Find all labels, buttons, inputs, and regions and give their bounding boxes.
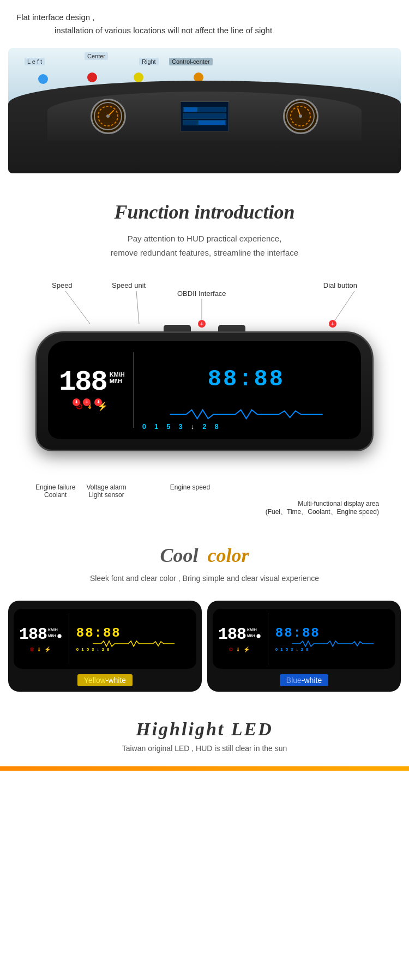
cool-color-title: Cool color <box>11 544 398 567</box>
svg-line-9 <box>136 291 139 324</box>
hud-speed-area: 188 KM\H MI\H ⚙ + 🌡 <box>59 349 125 431</box>
dot-right <box>134 72 143 82</box>
hud-screen: 188 KM\H MI\H ⚙ + 🌡 <box>48 341 361 439</box>
yellow-screen: 188 KM\H MI\H ⬤ ⚙ 🌡 ⚡ 88:88 <box>14 609 196 669</box>
yellow-label-suffix: -white <box>106 676 126 685</box>
top-section: Flat interface design , installation of … <box>0 0 409 43</box>
blue-label-suffix: -white <box>302 676 322 685</box>
light-sensor-label: Light sensor <box>86 491 126 499</box>
speed-value: 188 <box>59 368 107 397</box>
hud-right-area: 88:88 0 1 5 3 ↓ 2 8 <box>142 349 350 431</box>
bottom-icons-left: ⚙ + 🌡 + ⚡ + <box>75 401 108 412</box>
engine-failure-icon: ⚙ + <box>75 401 83 412</box>
engine-failure-label: Engine failure <box>35 483 75 491</box>
blue-right: 88:88 01 53 ↓ 28 <box>275 626 390 652</box>
blue-time: 88:88 <box>275 626 390 640</box>
blue-screen: 188 KM\H MI\H ⬤ ⚙ 🌡 ⚡ 88:88 <box>213 609 395 669</box>
coolant-label: Coolant <box>35 491 75 499</box>
bottom-labels: Engine failure Coolant Voltage alarm Lig… <box>19 483 390 517</box>
engine-failure-label-col: Engine failure Coolant <box>35 483 75 499</box>
highlight-section: Highlight LED Taiwan original LED , HUD … <box>0 703 409 761</box>
svg-line-8 <box>65 291 90 324</box>
cool-color-section: Cool color Sleek font and clear color , … <box>0 528 409 590</box>
cool-color-subtitle: Sleek font and clear color , Bring simpl… <box>11 572 398 584</box>
dashboard-image: L e f t Center Right Control-center <box>8 48 401 173</box>
numbers-row: 0 1 5 3 ↓ 2 8 <box>142 422 350 431</box>
color-variants-container: 188 KM\H MI\H ⬤ ⚙ 🌡 ⚡ 88:88 <box>8 601 401 692</box>
yellow-speed-area: 188 KM\H MI\H ⬤ ⚙ 🌡 ⚡ <box>19 625 62 652</box>
blue-numbers: 01 53 ↓ 28 <box>275 647 390 652</box>
hud-diagram: Speed Speed unit OBDII Interface Dial bu… <box>19 281 390 517</box>
unit2: MI\H <box>110 378 125 384</box>
yellow-speed: 188 <box>19 625 47 644</box>
highlight-title: Highlight LED <box>11 719 398 740</box>
hud-device-wrapper: 188 KM\H MI\H ⚙ + 🌡 <box>35 325 374 451</box>
speed-display: 188 KM\H MI\H <box>59 368 125 397</box>
function-subtitle-1: Pay attention to HUD practical experienc… <box>11 232 398 246</box>
top-line1: Flat interface design , <box>16 11 393 24</box>
voltage-alarm-label: Voltage alarm <box>86 483 126 491</box>
hud-divider <box>133 352 134 428</box>
function-subtitle-2: remove redundant features, streamline th… <box>11 246 398 260</box>
cool-word: Cool <box>160 545 198 566</box>
yellow-hud-display: 188 KM\H MI\H ⬤ ⚙ 🌡 ⚡ 88:88 <box>14 609 196 669</box>
yellow-heartbeat <box>76 640 191 647</box>
yellow-label: Yellow-white <box>77 674 133 686</box>
control-label: Control-center <box>169 58 213 65</box>
speed-unit-label: Speed unit <box>112 281 146 289</box>
speedometer-left <box>91 99 126 134</box>
blue-label: Blue-white <box>280 674 328 686</box>
highlight-subtitle: Taiwan original LED , HUD is still clear… <box>11 744 398 753</box>
speedometer-right <box>283 99 318 134</box>
car-dashboard <box>8 81 401 173</box>
hud-device: 188 KM\H MI\H ⚙ + 🌡 <box>35 331 374 451</box>
heartbeat-svg <box>142 409 350 420</box>
time-display: 88:88 <box>142 349 350 409</box>
speed-label: Speed <box>52 281 73 289</box>
yellow-label-colored: Yellow <box>84 676 106 685</box>
top-line2: installation of various locations will n… <box>16 24 393 37</box>
engine-speed-label-col: Engine speed <box>170 483 210 499</box>
function-title: Function introduction <box>11 201 398 223</box>
blue-heartbeat <box>275 640 390 647</box>
bottom-labels-row: Engine failure Coolant Voltage alarm Lig… <box>19 483 390 499</box>
yellow-numbers: 01 53 ↓ 28 <box>76 647 191 652</box>
left-label: L e f t <box>25 58 45 65</box>
voltage-icon: ⚡ + <box>97 401 108 412</box>
yellow-units: KM\H MI\H ⬤ <box>48 627 62 639</box>
coolant-icon: 🌡 + <box>86 401 94 412</box>
multi-display-note: Multi-functional display area (Fuel、Time… <box>19 500 390 517</box>
color-word: color <box>208 545 249 566</box>
speed-units: KM\H MI\H <box>110 371 125 384</box>
function-section: Function introduction Pay attention to H… <box>0 179 409 270</box>
yellow-time: 88:88 <box>76 626 191 640</box>
dashboard-inner <box>47 92 362 141</box>
blue-hud-display: 188 KM\H MI\H ⬤ ⚙ 🌡 ⚡ 88:88 <box>213 609 395 669</box>
dial-label: Dial button <box>323 281 357 289</box>
center-label: Center <box>85 52 108 60</box>
blue-units: KM\H MI\H ⬤ <box>247 627 261 639</box>
svg-line-13 <box>333 291 354 324</box>
bottom-bar <box>0 766 409 771</box>
right-label: Right <box>139 58 159 65</box>
dot-left <box>38 74 48 84</box>
multi-display-label: Multi-functional display area <box>19 500 379 507</box>
multi-display-sub: (Fuel、Time、Coolant、Engine speed) <box>19 507 379 517</box>
center-info-screen <box>180 101 229 131</box>
svg-point-7 <box>299 114 302 118</box>
unit1: KM\H <box>110 371 125 378</box>
obdii-label: OBDII Interface <box>177 289 226 298</box>
yellow-right: 88:88 01 53 ↓ 28 <box>76 626 191 652</box>
blue-icons: ⚙ 🌡 ⚡ <box>228 646 250 652</box>
yellow-icons: ⚙ 🌡 ⚡ <box>29 646 51 652</box>
blue-speed-area: 188 KM\H MI\H ⬤ ⚙ 🌡 ⚡ <box>218 625 261 652</box>
blue-speed: 188 <box>218 625 246 644</box>
svg-point-3 <box>106 114 110 118</box>
voltage-alarm-label-col: Voltage alarm Light sensor <box>86 483 126 499</box>
blue-label-colored: Blue <box>286 676 302 685</box>
yellow-variant: 188 KM\H MI\H ⬤ ⚙ 🌡 ⚡ 88:88 <box>8 601 202 692</box>
blue-variant: 188 KM\H MI\H ⬤ ⚙ 🌡 ⚡ 88:88 <box>207 601 401 692</box>
dot-center <box>87 72 97 82</box>
engine-speed-label: Engine speed <box>170 483 210 491</box>
